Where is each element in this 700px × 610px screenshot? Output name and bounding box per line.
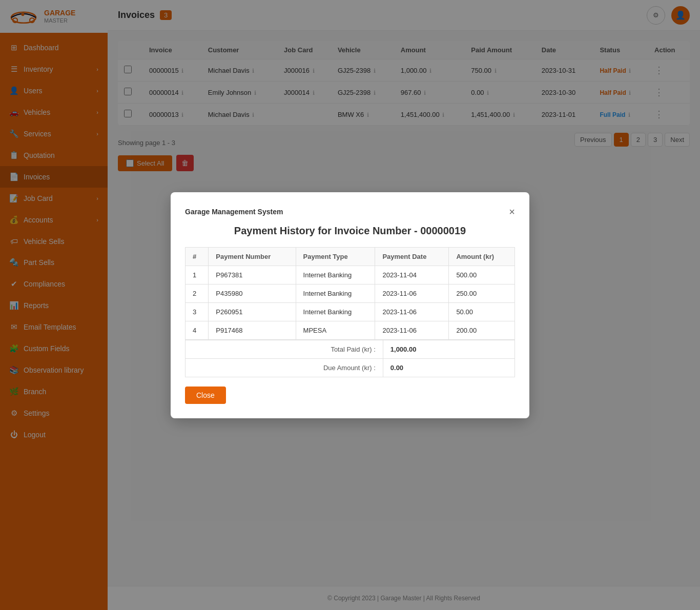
- payment-amount: 250.00: [449, 284, 515, 302]
- col-payment-date: Payment Date: [375, 247, 449, 266]
- payment-amount: 500.00: [449, 266, 515, 284]
- col-payment-type: Payment Type: [296, 247, 375, 266]
- modal-overlay[interactable]: Garage Management System × Payment Histo…: [0, 0, 700, 610]
- col-num: #: [186, 247, 209, 266]
- total-paid-label: Total Paid (kr) :: [186, 340, 383, 358]
- payment-type: Internet Banking: [296, 266, 375, 284]
- payment-date: 2023-11-06: [375, 302, 449, 321]
- modal-close-button-bottom[interactable]: Close: [185, 387, 226, 404]
- payment-amount: 200.00: [449, 321, 515, 339]
- payment-date: 2023-11-06: [375, 321, 449, 339]
- payment-type: MPESA: [296, 321, 375, 339]
- payment-number: P967381: [209, 266, 296, 284]
- payment-date: 2023-11-04: [375, 266, 449, 284]
- due-amount-row: Due Amount (kr) : 0.00: [186, 358, 515, 377]
- payment-number: P917468: [209, 321, 296, 339]
- payment-type: Internet Banking: [296, 284, 375, 302]
- payment-date: 2023-11-06: [375, 284, 449, 302]
- col-amount: Amount (kr): [449, 247, 515, 266]
- due-amount-label: Due Amount (kr) :: [186, 358, 383, 377]
- payment-history-table: # Payment Number Payment Type Payment Da…: [185, 247, 515, 340]
- payment-row: 3 P260951 Internet Banking 2023-11-06 50…: [186, 302, 515, 321]
- payment-number: P260951: [209, 302, 296, 321]
- modal-main-title: Payment History for Invoice Number - 000…: [185, 225, 515, 237]
- modal-close-button[interactable]: ×: [509, 207, 515, 217]
- total-paid-row: Total Paid (kr) : 1,000.00: [186, 340, 515, 358]
- payment-history-modal: Garage Management System × Payment Histo…: [171, 192, 529, 418]
- col-payment-number: Payment Number: [209, 247, 296, 266]
- payment-number: P435980: [209, 284, 296, 302]
- payment-row: 4 P917468 MPESA 2023-11-06 200.00: [186, 321, 515, 339]
- payment-type: Internet Banking: [296, 302, 375, 321]
- payment-num: 3: [186, 302, 209, 321]
- due-amount-value: 0.00: [383, 358, 514, 377]
- payment-row: 1 P967381 Internet Banking 2023-11-04 50…: [186, 266, 515, 284]
- payment-amount: 50.00: [449, 302, 515, 321]
- payment-num: 4: [186, 321, 209, 339]
- payment-num: 2: [186, 284, 209, 302]
- modal-title-bar: Garage Management System: [185, 208, 283, 216]
- payment-num: 1: [186, 266, 209, 284]
- payment-summary-table: Total Paid (kr) : 1,000.00 Due Amount (k…: [185, 340, 515, 377]
- payment-row: 2 P435980 Internet Banking 2023-11-06 25…: [186, 284, 515, 302]
- total-paid-value: 1,000.00: [383, 340, 514, 358]
- modal-header: Garage Management System ×: [185, 207, 515, 217]
